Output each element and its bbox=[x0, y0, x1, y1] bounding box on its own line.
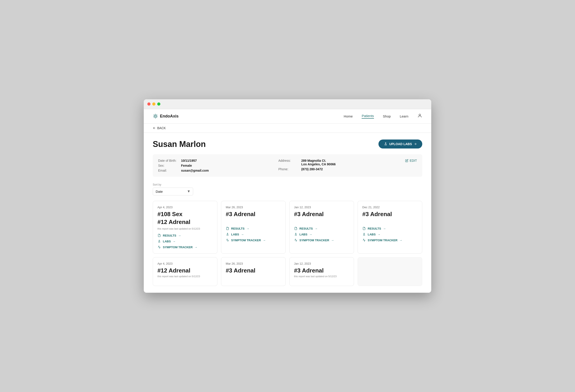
card-date-5: Apr 4, 2023 bbox=[157, 262, 213, 265]
labs-link-3[interactable]: LABS → bbox=[294, 233, 349, 236]
nav-patients[interactable]: Patients bbox=[362, 114, 374, 119]
dob-row: Date of Birth: 10/11/1957 bbox=[158, 159, 209, 162]
navbar: EndoAxis Home Patients Shop Learn bbox=[144, 109, 431, 123]
card-date-3: Jan 12, 2023 bbox=[294, 206, 349, 209]
labs-icon-3 bbox=[294, 233, 298, 236]
address-value: 289 Magnolia Ct. Los Angeles, CA 90066 bbox=[301, 159, 335, 166]
row2-cards-grid: Apr 4, 2023 #12 Adrenal this report was … bbox=[153, 257, 422, 286]
card-title-5: #12 Adrenal bbox=[157, 267, 213, 274]
card-links-2: RESULTS → LABS → bbox=[226, 227, 281, 242]
edit-button[interactable]: EDIT bbox=[405, 159, 417, 162]
report-card-5[interactable]: Apr 4, 2023 #12 Adrenal this report was … bbox=[153, 257, 217, 286]
close-button[interactable] bbox=[147, 102, 150, 106]
report-card-8 bbox=[358, 257, 422, 286]
patient-header: Susan Marlon UPLOAD LABS bbox=[153, 140, 422, 149]
report-card-2[interactable]: Mar 26, 2023 #3 Adrenal RESULTS → bbox=[221, 201, 286, 254]
logo-text: EndoAxis bbox=[160, 114, 179, 119]
email-label: Email: bbox=[158, 169, 178, 172]
card-title-1: #108 Sex bbox=[157, 211, 213, 218]
results-icon-3 bbox=[294, 227, 298, 230]
edit-icon bbox=[405, 159, 408, 162]
tracker-link-1[interactable]: SYMPTOM TRACKER → bbox=[157, 245, 213, 249]
results-icon-2 bbox=[226, 227, 229, 230]
report-card-7[interactable]: Jan 12, 2023 #3 Adrenal this report was … bbox=[289, 257, 354, 286]
card-date-1: Apr 4, 2023 bbox=[157, 206, 213, 209]
nav-home[interactable]: Home bbox=[344, 114, 353, 118]
sex-label: Sex: bbox=[158, 164, 178, 167]
svg-line-5 bbox=[154, 115, 155, 115]
nav-links: Home Patients Shop Learn bbox=[344, 114, 408, 119]
results-icon-4 bbox=[362, 227, 366, 230]
labs-link-2[interactable]: LABS → bbox=[226, 233, 281, 236]
card-date-7: Jan 12, 2023 bbox=[294, 262, 349, 265]
patient-name: Susan Marlon bbox=[153, 140, 206, 149]
card-date-2: Mar 26, 2023 bbox=[226, 206, 281, 209]
nav-learn[interactable]: Learn bbox=[400, 114, 408, 118]
edit-label: EDIT bbox=[410, 159, 417, 162]
results-link-1[interactable]: RESULTS → bbox=[157, 234, 213, 237]
logo[interactable]: EndoAxis bbox=[153, 113, 179, 119]
labs-icon-4 bbox=[362, 233, 366, 236]
back-label: BACK bbox=[157, 126, 166, 130]
sort-select[interactable]: Date Name Type bbox=[153, 188, 193, 196]
results-link-2[interactable]: RESULTS → bbox=[226, 227, 281, 230]
card-title-6: #3 Adrenal bbox=[226, 267, 281, 274]
minimize-button[interactable] bbox=[152, 102, 155, 106]
address-label: Address: bbox=[278, 159, 298, 166]
back-section: BACK bbox=[144, 123, 431, 133]
patient-info-card: Date of Birth: 10/11/1957 Sex: Female Em… bbox=[153, 154, 422, 177]
flask-icon bbox=[384, 142, 387, 146]
dob-value: 10/11/1957 bbox=[181, 159, 197, 162]
card-date-6: Mar 26, 2023 bbox=[226, 262, 281, 265]
results-link-3[interactable]: RESULTS → bbox=[294, 227, 349, 230]
patient-info-left: Date of Birth: 10/11/1957 Sex: Female Em… bbox=[158, 159, 209, 172]
upload-labs-label: UPLOAD LABS bbox=[389, 142, 412, 146]
labs-link-4[interactable]: LABS → bbox=[362, 233, 418, 236]
card-updated-7: this report was last updated on 5/12/23 bbox=[294, 275, 349, 278]
user-icon[interactable] bbox=[417, 113, 422, 119]
sex-value: Female bbox=[181, 164, 192, 167]
sort-section: Sort by Date Name Type ▼ bbox=[153, 183, 422, 196]
svg-point-9 bbox=[419, 114, 420, 116]
main-content: Susan Marlon UPLOAD LABS Date of Birth: … bbox=[144, 133, 431, 293]
email-row: Email: susan@gmail.com bbox=[158, 169, 209, 172]
labs-link-1[interactable]: LABS → bbox=[157, 240, 213, 243]
svg-line-8 bbox=[156, 115, 157, 115]
report-card-6[interactable]: Mar 26, 2023 #3 Adrenal bbox=[221, 257, 286, 286]
card-title-7: #3 Adrenal bbox=[294, 267, 349, 274]
card-updated-1: this report was last updated on 5/12/23 bbox=[157, 227, 213, 230]
tracker-icon-3 bbox=[294, 238, 298, 242]
report-card-4[interactable]: Dec 21, 2022 #3 Adrenal RESULTS → bbox=[358, 201, 422, 254]
back-button[interactable]: BACK bbox=[153, 126, 166, 130]
card-title-3: #3 Adrenal bbox=[294, 211, 349, 218]
traffic-lights bbox=[147, 102, 160, 106]
email-value: susan@gmail.com bbox=[181, 169, 209, 172]
report-card-3[interactable]: Jan 12, 2023 #3 Adrenal RESULTS → bbox=[289, 201, 354, 254]
tracker-link-3[interactable]: SYMPTOM TRACKER → bbox=[294, 238, 349, 242]
upload-labs-button[interactable]: UPLOAD LABS bbox=[379, 140, 422, 148]
card-date-4: Dec 21, 2022 bbox=[362, 206, 418, 209]
card-title-2: #3 Adrenal bbox=[226, 211, 281, 218]
phone-label: Phone: bbox=[278, 167, 298, 171]
card-links-3: RESULTS → LABS → bbox=[294, 227, 349, 242]
tracker-icon-4 bbox=[362, 238, 366, 242]
tracker-link-4[interactable]: SYMPTOM TRACKER → bbox=[362, 238, 418, 242]
patient-info-right: Address: 289 Magnolia Ct. Los Angeles, C… bbox=[278, 159, 335, 171]
sort-wrapper: Date Name Type ▼ bbox=[153, 188, 193, 196]
card-title-4: #3 Adrenal bbox=[362, 211, 418, 218]
report-card-1[interactable]: Apr 4, 2023 #108 Sex #12 Adrenal this re… bbox=[153, 201, 217, 254]
tracker-icon-2 bbox=[226, 238, 229, 242]
tracker-icon-1 bbox=[157, 245, 161, 249]
maximize-button[interactable] bbox=[157, 102, 160, 106]
card-links-4: RESULTS → LABS → bbox=[362, 227, 418, 242]
labs-icon-2 bbox=[226, 233, 229, 236]
card-updated-5: this report was last updated on 5/12/23 bbox=[157, 275, 213, 278]
phone-value: (873) 280-3472 bbox=[301, 167, 323, 171]
results-link-4[interactable]: RESULTS → bbox=[362, 227, 418, 230]
svg-line-6 bbox=[156, 117, 157, 118]
address-row: Address: 289 Magnolia Ct. Los Angeles, C… bbox=[278, 159, 335, 166]
results-icon-1 bbox=[157, 234, 161, 237]
tracker-link-2[interactable]: SYMPTOM TRACKER → bbox=[226, 238, 281, 242]
nav-shop[interactable]: Shop bbox=[383, 114, 391, 118]
app-window: EndoAxis Home Patients Shop Learn BACK bbox=[144, 99, 431, 293]
